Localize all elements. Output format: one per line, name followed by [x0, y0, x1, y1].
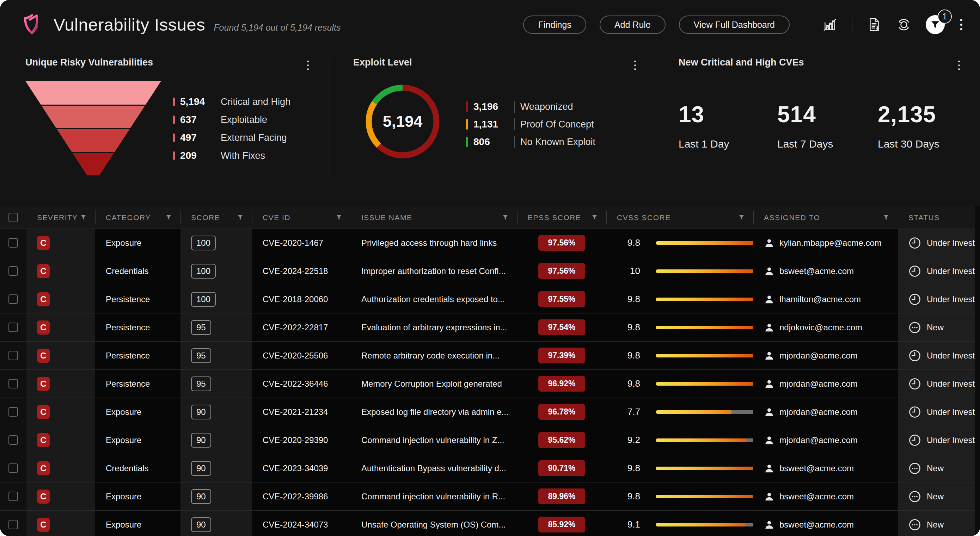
cve-id-value[interactable]: CVE-2022-36446 [262, 379, 328, 389]
column-header-category[interactable]: CATEGORY [95, 206, 180, 228]
export-report-icon[interactable] [867, 17, 882, 32]
row-checkbox[interactable] [8, 294, 18, 304]
column-header-cve-id[interactable]: CVE ID [252, 206, 351, 228]
cve-id-value[interactable]: CVE-2023-34039 [262, 463, 328, 473]
row-checkbox[interactable] [8, 379, 18, 389]
hide-charts-icon[interactable] [822, 17, 838, 32]
row-checkbox[interactable] [8, 520, 18, 529]
issue-name-value[interactable]: Evaluation of arbitrary expressions in..… [361, 323, 507, 333]
epss-score-badge: 97.56% [538, 235, 585, 251]
legend-value: 1,131 [473, 119, 509, 130]
assigned-to-value[interactable]: bsweet@acme.com [780, 463, 854, 473]
column-header-epss-score[interactable]: EPSS SCORE [517, 206, 606, 228]
cvss-score-bar [656, 241, 753, 245]
cve-id-value[interactable]: CVE-2024-22518 [262, 266, 328, 276]
issue-name-value[interactable]: Authorization credentials exposed to... [361, 294, 505, 304]
issue-name-value[interactable]: Unsafe Operating System (OS) Com... [361, 520, 506, 530]
issue-name-value[interactable]: Authentication Bypass vulnerability d... [361, 463, 506, 473]
table-row[interactable]: C Credentials 90 CVE-2023-34039 Authenti… [0, 454, 980, 482]
table-row[interactable]: C Persistence 95 CVE-2022-22817 Evaluati… [0, 314, 980, 342]
toolbar-divider [852, 17, 853, 32]
row-checkbox[interactable] [8, 407, 18, 417]
row-checkbox[interactable] [8, 323, 18, 332]
issue-name-value[interactable]: Improper authorization to reset Confl... [361, 266, 506, 276]
column-filter-funnel-icon[interactable] [336, 215, 342, 220]
findings-button[interactable]: Findings [523, 16, 586, 34]
issue-name-value[interactable]: Memory Corruption Exploit generated [361, 379, 502, 389]
column-filter-funnel-icon[interactable] [739, 215, 744, 220]
row-checkbox[interactable] [8, 492, 18, 501]
assigned-to-value[interactable]: mjordan@acme.com [780, 351, 858, 361]
issue-name-value[interactable]: Privileged access through hard links [361, 238, 497, 248]
column-header-status[interactable]: STATUS [898, 206, 980, 228]
table-row[interactable]: C Exposure 90 CVE-2021-21234 Exposed log… [0, 398, 980, 426]
select-all-checkbox-cell[interactable] [0, 206, 26, 228]
table-row[interactable]: C Exposure 100 CVE-2020-1467 Privileged … [0, 229, 980, 257]
cve-id-value[interactable]: CVE-2020-1467 [262, 238, 323, 248]
funnel-legend: 5,194Critical and High637Exploitable497E… [173, 96, 291, 161]
table-row[interactable]: C Exposure 90 CVE-2022-39986 Command inj… [0, 482, 980, 511]
column-header-assigned-to[interactable]: ASSIGNED TO [753, 206, 898, 228]
add-rule-button[interactable]: Add Rule [600, 16, 665, 34]
column-filter-funnel-icon[interactable] [238, 215, 243, 220]
stat-value: 13 [679, 101, 729, 127]
table-row[interactable]: C Exposure 90 CVE-2024-34073 Unsafe Oper… [0, 511, 980, 536]
cve-id-value[interactable]: CVE-2020-25506 [262, 351, 328, 361]
assigned-to-value[interactable]: ndjokovic@acme.com [780, 323, 862, 333]
column-header-cvss-score[interactable]: CVSS SCORE [606, 206, 753, 228]
issue-name-value[interactable]: Command injection vulnerability in R... [361, 492, 505, 501]
assigned-to-value[interactable]: lhamilton@acme.com [780, 294, 861, 304]
assigned-to-value[interactable]: mjordan@acme.com [780, 435, 858, 445]
column-filter-funnel-icon[interactable] [503, 215, 508, 220]
select-all-checkbox[interactable] [8, 213, 18, 222]
table-scrollbar[interactable] [975, 206, 980, 536]
column-filter-funnel-icon[interactable] [592, 215, 597, 220]
person-icon [764, 407, 775, 417]
row-checkbox[interactable] [8, 351, 18, 360]
status-value: Under Investigation [927, 238, 980, 248]
row-checkbox[interactable] [8, 435, 18, 445]
view-full-dashboard-button[interactable]: View Full Dashboard [679, 16, 790, 34]
new-status-ellipsis-icon [908, 490, 921, 503]
issue-name-value[interactable]: Command injection vulnerability in Z... [361, 435, 504, 445]
sync-icon[interactable] [896, 17, 912, 32]
cve-id-value[interactable]: CVE-2022-22817 [262, 323, 328, 333]
table-row[interactable]: C Credentials 100 CVE-2024-22518 Imprope… [0, 257, 980, 285]
table-row[interactable]: C Exposure 90 CVE-2020-29390 Command inj… [0, 426, 980, 454]
cve-id-value[interactable]: CVE-2018-20060 [262, 294, 328, 304]
assigned-to-value[interactable]: bsweet@acme.com [780, 492, 854, 501]
filter-avatar-icon[interactable]: 1 [926, 15, 945, 34]
column-filter-funnel-icon[interactable] [883, 215, 889, 220]
assigned-to-value[interactable]: bsweet@acme.com [780, 520, 854, 530]
row-checkbox[interactable] [8, 266, 18, 276]
cve-id-value[interactable]: CVE-2024-34073 [262, 520, 328, 530]
legend-divider [215, 115, 215, 125]
cve-id-value[interactable]: CVE-2022-39986 [262, 492, 328, 501]
assigned-to-value[interactable]: bsweet@acme.com [780, 266, 854, 276]
row-checkbox[interactable] [8, 238, 18, 247]
assigned-to-value[interactable]: kylian.mbappe@acme.com [780, 238, 881, 248]
person-icon [764, 238, 775, 248]
table-row[interactable]: C Persistence 95 CVE-2022-36446 Memory C… [0, 370, 980, 398]
column-header-score[interactable]: SCORE [180, 206, 252, 228]
panel-menu-kebab-icon[interactable] [305, 59, 310, 71]
panel-menu-kebab-icon[interactable] [633, 59, 637, 71]
row-checkbox[interactable] [8, 463, 18, 473]
column-filter-funnel-icon[interactable] [166, 215, 171, 220]
cve-id-value[interactable]: CVE-2020-29390 [262, 435, 328, 445]
page-title: Vulnerability Issues [54, 15, 205, 35]
column-filter-funnel-icon[interactable] [81, 215, 86, 220]
issue-name-value[interactable]: Exposed log file directory via admin e..… [361, 407, 509, 417]
column-header-severity[interactable]: SEVERITY [26, 206, 95, 228]
legend-label: Critical and High [221, 97, 291, 108]
cve-id-value[interactable]: CVE-2021-21234 [262, 407, 328, 417]
column-header-issue-name[interactable]: ISSUE NAME [351, 206, 517, 228]
issue-name-value[interactable]: Remote arbitrary code execution in... [361, 351, 500, 361]
panel-menu-kebab-icon[interactable] [957, 59, 961, 71]
assigned-to-value[interactable]: mjordan@acme.com [780, 407, 858, 417]
table-row[interactable]: C Persistence 100 CVE-2018-20060 Authori… [0, 285, 980, 314]
assigned-to-value[interactable]: mjordan@acme.com [780, 379, 858, 389]
table-row[interactable]: C Persistence 95 CVE-2020-25506 Remote a… [0, 342, 980, 370]
column-label: ASSIGNED TO [764, 213, 820, 222]
kebab-menu-icon[interactable] [959, 17, 964, 32]
